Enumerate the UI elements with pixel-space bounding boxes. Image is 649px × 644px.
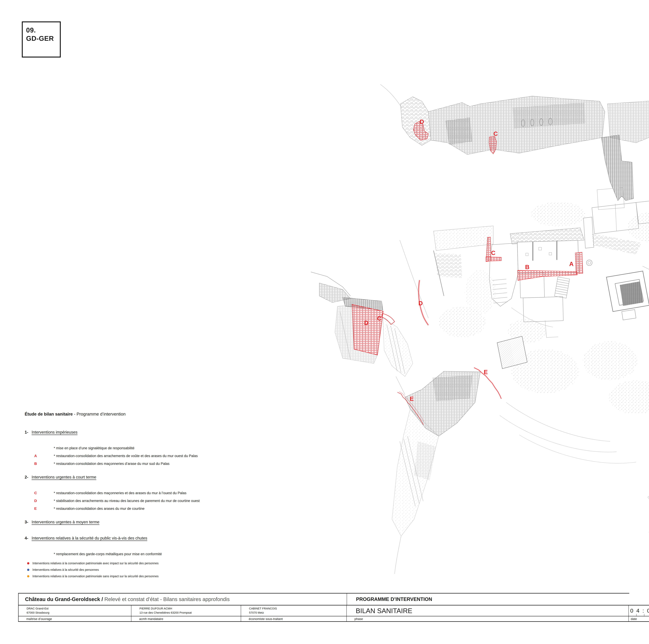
sheet-code-box: 09. GD-GER (22, 22, 61, 57)
legend-item-text: * restauration-consolidation des arrache… (54, 454, 198, 458)
bullet-text: Interventions relatives à la conservatio… (33, 574, 159, 578)
legend-section: 4-Interventions relatives à la sécurité … (25, 535, 367, 558)
legend-title-bold: Étude de bilan sanitaire (25, 412, 73, 417)
tick-marks (629, 614, 649, 616)
program-title: PROGRAMME D’INTERVENTION (356, 597, 432, 602)
date-value-cell: 0 4 : 0 4 : 2 5 (629, 605, 649, 616)
graphic-scale-bar: 0248 (629, 593, 649, 605)
sheet-code: GD-GER (26, 34, 60, 43)
legend-item-text: * restauration-consolidation des maçonne… (54, 462, 170, 466)
legend-item: A* restauration-consolidation des arrach… (25, 452, 367, 460)
southwest-courtine-elevation (392, 371, 480, 574)
legend-section: 1-Interventions impérieuses* mise en pla… (25, 429, 367, 468)
legend-item-key: A (34, 454, 54, 458)
legend-item: E* restauration-consolidation des arases… (25, 505, 367, 513)
legend-section: 3-Interventions urgentes à moyen terme (25, 519, 367, 525)
legend-section-head: 4-Interventions relatives à la sécurité … (25, 535, 367, 541)
legend-item-key: C (34, 491, 54, 495)
legend-priority-bullets: Interventions relatives à la conservatio… (25, 560, 367, 579)
bullet-dot-icon (27, 575, 29, 577)
legend-item-key: D (34, 499, 54, 503)
legend-title: Étude de bilan sanitaire - Programme d’i… (25, 411, 367, 417)
program-cell: PROGRAMME D’INTERVENTION (347, 593, 629, 605)
document-title-cell: BILAN SANITAIRE (347, 605, 629, 616)
party-moa: DRAC Grand-Est 67000 Strasbourg (18, 605, 131, 616)
role-moa: maîtrise d’ouvrage (18, 616, 131, 621)
legend-sections: 1-Interventions impérieuses* mise en pla… (25, 429, 367, 558)
legend-item-text: * remplacement des garde-corps métalliqu… (54, 552, 162, 556)
role-acmh: acmh mandataire (131, 616, 241, 621)
party-address: 67000 Strasbourg (27, 611, 131, 615)
legend-section: 2-Interventions urgentes à court termeC*… (25, 474, 367, 513)
legend-section-head: 3-Interventions urgentes à moyen terme (25, 519, 367, 525)
party-address: 57070 Metz (249, 611, 346, 615)
intervention-legend: Étude de bilan sanitaire - Programme d’i… (25, 411, 367, 579)
legend-item: B* restauration-consolidation des maçonn… (25, 460, 367, 468)
legend-bullet: Interventions relatives à la conservatio… (25, 560, 367, 566)
legend-bullet: Interventions relatives à la sécurité de… (25, 566, 367, 573)
legend-item-key: B (34, 462, 54, 466)
project-title: Château du Grand-Geroldseck / Relevé et … (25, 596, 230, 602)
bullet-text: Interventions relatives à la conservatio… (33, 562, 159, 565)
legend-item-text: * mise en place d’une signalétique de re… (54, 446, 134, 450)
sheet-number: 09. (26, 26, 60, 34)
party-economist: CABINET FRANCOIS 57070 Metz (241, 605, 347, 616)
legend-section-items: * mise en place d’une signalétique de re… (25, 444, 367, 468)
red-intervention-zones (352, 121, 649, 499)
legend-item: * mise en place d’une signalétique de re… (25, 444, 367, 452)
north-wall-elevation (380, 84, 649, 201)
title-block: Château du Grand-Geroldseck / Relevé et … (18, 593, 649, 622)
legend-item-text: * restauration-consolidation des maçonne… (54, 491, 186, 495)
legend-item: D* stabilisation des arrachements au niv… (25, 497, 367, 505)
legend-title-rest: - Programme d’intervention (73, 412, 126, 417)
scalebar-cell: 0248 (629, 593, 649, 605)
party-address: 13 rue des Chenebières 63200 Prompsat (139, 611, 241, 615)
legend-bullet: Interventions relatives à la conservatio… (25, 573, 367, 579)
role-economist: économiste sous-traitant (241, 616, 347, 621)
legend-item: * remplacement des garde-corps métalliqu… (25, 550, 367, 558)
bullet-dot-icon (27, 562, 29, 564)
project-name: Château du Grand-Geroldseck / (25, 596, 103, 602)
legend-item: C* restauration-consolidation des maçonn… (25, 489, 367, 497)
bullet-text: Interventions relatives à la sécurité de… (33, 568, 99, 571)
legend-item-text: * restauration-consolidation des arases … (54, 507, 144, 511)
party-name: DRAC Grand-Est (27, 606, 131, 611)
legend-section-items: * remplacement des garde-corps métalliqu… (25, 550, 367, 558)
legend-item-key: E (34, 507, 54, 511)
phase-label: phase (347, 616, 629, 621)
legend-item-text: * stabilisation des arrachements au nive… (54, 499, 200, 503)
party-acmh: PIERRE DUFOUR ACMH 13 rue des Chenebière… (131, 605, 241, 616)
party-name: PIERRE DUFOUR ACMH (139, 606, 241, 611)
legend-section-items: C* restauration-consolidation des maçonn… (25, 489, 367, 513)
bullet-dot-icon (27, 569, 29, 571)
party-name: CABINET FRANCOIS (249, 606, 346, 611)
project-title-cell: Château du Grand-Geroldseck / Relevé et … (18, 593, 347, 605)
drawing-sheet: DCCBADEDCCDDE 09. GD-GER Étude de bilan … (0, 0, 649, 644)
legend-section-head: 2-Interventions urgentes à court terme (25, 474, 367, 480)
project-subtitle: Relevé et constat d’état - Bilans sanita… (103, 596, 230, 602)
date-label: date (629, 616, 649, 621)
legend-section-head: 1-Interventions impérieuses (25, 429, 367, 435)
document-title: BILAN SANITAIRE (356, 607, 412, 615)
east-courtine-elevation (648, 270, 649, 575)
